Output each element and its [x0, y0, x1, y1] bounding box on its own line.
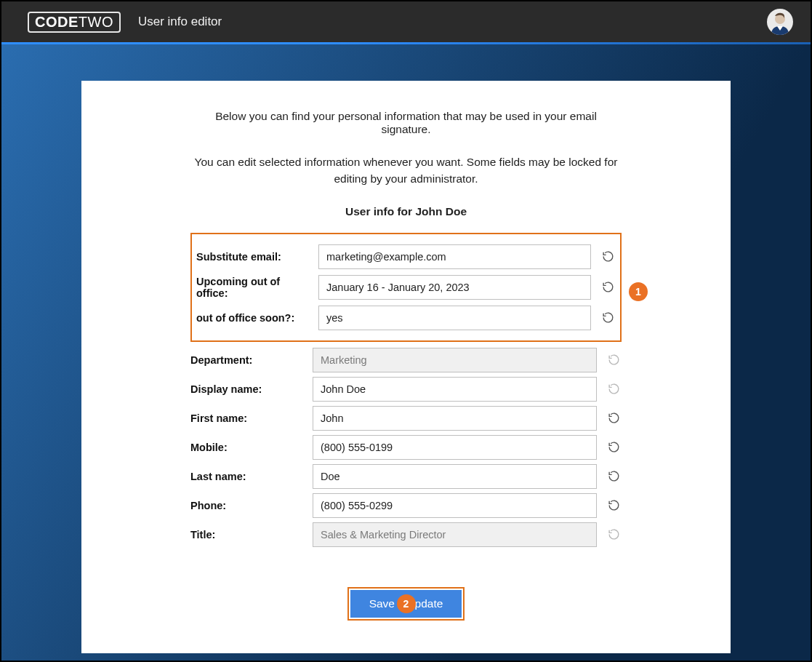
input-display-name[interactable] — [313, 377, 597, 402]
annotation-callout-1: 1 — [629, 282, 648, 301]
row-substitute-email: Substitute email: — [196, 244, 616, 269]
reset-icon[interactable] — [606, 381, 622, 397]
row-department: Department: — [190, 348, 622, 372]
input-first-name[interactable] — [313, 406, 597, 431]
row-mobile: Mobile: — [190, 435, 622, 460]
highlighted-fields-box: 1 Substitute email: Upcoming out of offi… — [190, 233, 622, 342]
row-first-name: First name: — [190, 406, 622, 431]
logo-block: CODETWO User info editor — [28, 12, 222, 33]
intro-line-1: Below you can find your personal informa… — [190, 110, 622, 136]
label-ooo-soon: out of office soon?: — [196, 312, 310, 324]
label-first-name: First name: — [190, 412, 304, 424]
label-title: Title: — [190, 529, 304, 541]
row-phone: Phone: — [190, 493, 622, 518]
app-title: User info editor — [138, 15, 222, 29]
label-mobile: Mobile: — [190, 442, 304, 453]
row-last-name: Last name: — [190, 464, 622, 489]
reset-icon[interactable] — [606, 468, 622, 484]
reset-icon — [606, 527, 622, 543]
reset-icon[interactable] — [606, 439, 622, 455]
input-department — [313, 348, 597, 372]
content-area: Below you can find your personal informa… — [1, 44, 811, 661]
app-frame: CODETWO User info editor Below you can f… — [1, 1, 811, 661]
input-last-name[interactable] — [313, 464, 597, 489]
reset-icon[interactable] — [600, 279, 616, 295]
logo-light-text: TWO — [79, 14, 113, 30]
reset-icon[interactable] — [600, 310, 616, 326]
annotation-callout-2: 2 — [397, 594, 416, 613]
input-ooo-soon[interactable] — [318, 306, 591, 330]
logo-bold-text: CODE — [35, 14, 79, 30]
reset-icon — [606, 352, 622, 368]
reset-icon[interactable] — [606, 498, 622, 514]
intro-line-2: You can edit selected information whenev… — [190, 153, 622, 188]
label-substitute-email: Substitute email: — [196, 251, 310, 263]
input-title — [313, 522, 597, 547]
label-last-name: Last name: — [190, 471, 304, 482]
label-display-name: Display name: — [190, 383, 304, 395]
row-title: Title: — [190, 522, 622, 547]
avatar[interactable] — [767, 9, 793, 35]
row-display-name: Display name: — [190, 377, 622, 402]
button-wrap: Save & update 2 — [190, 587, 622, 621]
input-upcoming-ooo[interactable] — [318, 275, 591, 300]
card: Below you can find your personal informa… — [81, 81, 731, 653]
section-title: User info for John Doe — [190, 205, 622, 218]
row-upcoming-ooo: Upcoming out of office: — [196, 275, 616, 300]
reset-icon[interactable] — [600, 249, 616, 265]
label-upcoming-ooo: Upcoming out of office: — [196, 276, 310, 299]
input-phone[interactable] — [313, 493, 597, 518]
logo: CODETWO — [28, 12, 121, 33]
label-phone: Phone: — [190, 500, 304, 511]
row-ooo-soon: out of office soon?: — [196, 306, 616, 330]
top-bar: CODETWO User info editor — [1, 1, 811, 42]
input-substitute-email[interactable] — [318, 244, 591, 269]
reset-icon[interactable] — [606, 410, 622, 426]
input-mobile[interactable] — [313, 435, 597, 460]
avatar-person-icon — [767, 9, 793, 35]
label-department: Department: — [190, 354, 304, 366]
